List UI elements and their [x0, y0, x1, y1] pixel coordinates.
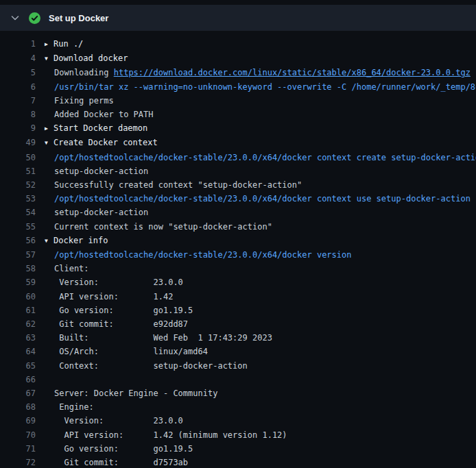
line-content: Downloading https://download.docker.com/… — [45, 66, 471, 79]
log-row: 70 API version: 1.42 (minimum version 1.… — [0, 428, 476, 442]
line-number[interactable]: 71 — [0, 442, 36, 456]
log-row: 62 Git commit: e92dd87 — [0, 317, 476, 331]
line-number[interactable]: 9 — [0, 121, 36, 135]
line-content: Go version: go1.19.5 — [45, 442, 193, 456]
line-number[interactable]: 69 — [0, 414, 36, 428]
log-row: 64 OS/Arch: linux/amd64 — [0, 345, 476, 358]
log-url-link[interactable]: https://download.docker.com/linux/static… — [114, 68, 471, 77]
log-row: 58Client: — [0, 262, 476, 275]
line-content: Current context is now "setup-docker-act… — [45, 220, 272, 234]
triangle-expanded-icon[interactable]: ▼ — [45, 136, 53, 150]
step-title: Set up Docker — [49, 13, 108, 23]
log-group-row[interactable]: 49▼Create Docker context — [0, 136, 476, 150]
line-content: Successfully created context "setup-dock… — [45, 178, 302, 192]
log-row: 71 Go version: go1.19.5 — [0, 442, 476, 456]
line-content: /opt/hostedtoolcache/docker-stable/23.0.… — [45, 151, 476, 164]
line-number[interactable]: 4 — [0, 51, 36, 65]
line-number[interactable]: 66 — [0, 373, 36, 386]
log-row: 54setup-docker-action — [0, 206, 476, 219]
log-row: 60 API version: 1.42 — [0, 290, 476, 304]
check-circle-icon — [29, 12, 40, 24]
log-row: 65 Context: setup-docker-action — [0, 359, 476, 373]
line-number[interactable]: 49 — [0, 136, 36, 149]
line-content: /opt/hostedtoolcache/docker-stable/23.0.… — [45, 192, 471, 206]
line-content: ▶Run ./ — [45, 37, 83, 51]
line-content: Git commit: d7573ab — [45, 456, 188, 468]
log-row: 50/opt/hostedtoolcache/docker-stable/23.… — [0, 151, 476, 164]
log-group-row[interactable]: 9▶Start Docker daemon — [0, 121, 476, 136]
line-number[interactable]: 54 — [0, 206, 36, 219]
line-number[interactable]: 70 — [0, 428, 36, 442]
log-group-row[interactable]: 4▼Download docker — [0, 51, 476, 66]
triangle-expanded-icon[interactable]: ▼ — [45, 52, 53, 66]
line-content: Fixing perms — [45, 94, 114, 108]
line-number[interactable]: 1 — [0, 37, 36, 51]
log-container: 1▶Run ./4▼Download docker5Downloading ht… — [0, 31, 476, 468]
line-number[interactable]: 8 — [0, 108, 36, 121]
line-content: Engine: — [45, 400, 94, 414]
line-number[interactable]: 50 — [0, 151, 36, 164]
link-prefix-text: Downloading — [54, 68, 114, 77]
log-group-row[interactable]: 56▼Docker info — [0, 234, 476, 248]
line-number[interactable]: 52 — [0, 178, 36, 192]
line-number[interactable]: 55 — [0, 220, 36, 234]
log-row: 68 Engine: — [0, 400, 476, 414]
group-title: Create Docker context — [53, 138, 158, 147]
line-number[interactable]: 65 — [0, 359, 36, 373]
log-row: 67Server: Docker Engine - Community — [0, 386, 476, 400]
line-number[interactable]: 5 — [0, 66, 36, 79]
log-row: 57/opt/hostedtoolcache/docker-stable/23.… — [0, 248, 476, 262]
line-number[interactable]: 67 — [0, 386, 36, 400]
triangle-expanded-icon[interactable]: ▼ — [45, 234, 53, 248]
line-content: Version: 23.0.0 — [45, 275, 183, 289]
line-number[interactable]: 58 — [0, 262, 36, 275]
log-row: 52Successfully created context "setup-do… — [0, 178, 476, 192]
log-row: 66 — [0, 373, 476, 386]
chevron-down-icon[interactable] — [8, 11, 22, 25]
line-content: Context: setup-docker-action — [45, 359, 248, 373]
step-header[interactable]: Set up Docker — [0, 5, 476, 31]
log-row: 63 Built: Wed Feb 1 17:43:29 2023 — [0, 331, 476, 345]
log-row: 61 Go version: go1.19.5 — [0, 304, 476, 317]
triangle-collapsed-icon[interactable]: ▶ — [45, 122, 53, 136]
group-title: Start Docker daemon — [53, 123, 147, 133]
line-content: API version: 1.42 (minimum version 1.12) — [45, 428, 287, 442]
line-content: /usr/bin/tar xz --warning=no-unknown-key… — [45, 80, 476, 94]
log-row: 55Current context is now "setup-docker-a… — [0, 220, 476, 234]
line-number[interactable]: 57 — [0, 248, 36, 262]
line-number[interactable]: 59 — [0, 275, 36, 289]
line-content: Built: Wed Feb 1 17:43:29 2023 — [45, 331, 272, 345]
line-number[interactable]: 72 — [0, 456, 36, 468]
line-number[interactable]: 56 — [0, 234, 36, 247]
line-content: Server: Docker Engine - Community — [45, 386, 217, 400]
line-content: ▼Download docker — [45, 51, 128, 66]
line-content: Client: — [45, 262, 89, 275]
line-number[interactable]: 7 — [0, 94, 36, 108]
line-content: ▼Docker info — [45, 234, 108, 248]
line-number[interactable]: 6 — [0, 80, 36, 94]
log-row: 72 Git commit: d7573ab — [0, 456, 476, 468]
log-group-row[interactable]: 1▶Run ./ — [0, 37, 476, 51]
line-number[interactable]: 51 — [0, 164, 36, 178]
line-content: ▶Start Docker daemon — [45, 121, 147, 136]
log-row: 51setup-docker-action — [0, 164, 476, 178]
line-number[interactable]: 63 — [0, 331, 36, 345]
line-number[interactable]: 68 — [0, 400, 36, 414]
line-number[interactable]: 62 — [0, 317, 36, 331]
line-content: API version: 1.42 — [45, 290, 173, 304]
log-row: 69 Version: 23.0.0 — [0, 414, 476, 428]
triangle-collapsed-icon[interactable]: ▶ — [45, 38, 53, 51]
group-title: Docker info — [53, 236, 108, 245]
line-number[interactable]: 64 — [0, 345, 36, 358]
line-content: /opt/hostedtoolcache/docker-stable/23.0.… — [45, 248, 351, 262]
line-content: Go version: go1.19.5 — [45, 304, 193, 317]
line-number[interactable]: 53 — [0, 192, 36, 206]
line-number[interactable]: 61 — [0, 304, 36, 317]
log-row: 8Added Docker to PATH — [0, 108, 476, 121]
line-number[interactable]: 60 — [0, 290, 36, 304]
line-content: setup-docker-action — [45, 206, 148, 219]
log-lines: 1▶Run ./4▼Download docker5Downloading ht… — [0, 37, 476, 468]
line-content: OS/Arch: linux/amd64 — [45, 345, 208, 358]
line-content: Added Docker to PATH — [45, 108, 154, 121]
group-title: Run ./ — [53, 39, 83, 49]
